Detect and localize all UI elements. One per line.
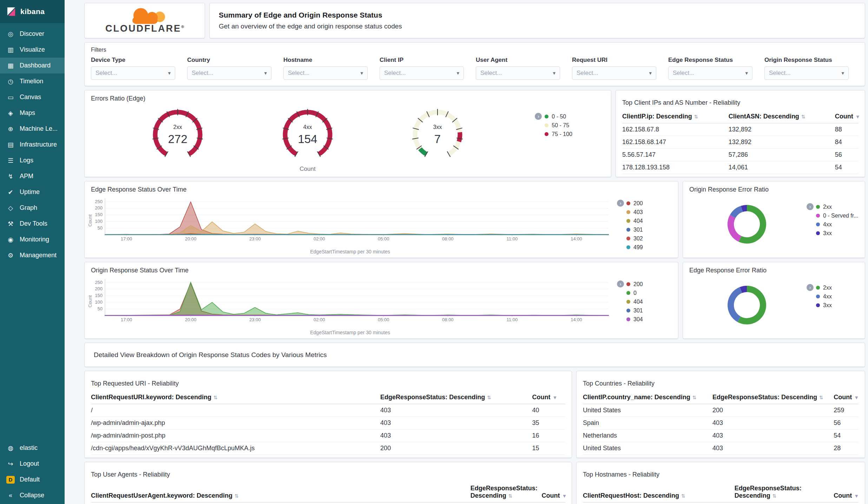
column-header[interactable]: Count▼ [835, 110, 859, 123]
column-header[interactable]: EdgeResponseStatus: Descending⇅ [735, 482, 834, 503]
sidebar-item-label: Dashboard [20, 62, 51, 69]
legend-expand-icon[interactable] [807, 284, 814, 291]
sidebar-item-elastic[interactable]: ◍ elastic [0, 440, 65, 456]
sidebar-item-canvas[interactable]: ▭ Canvas [0, 89, 65, 105]
sidebar-footer-label: Logout [20, 460, 39, 467]
sidebar-item-uptime[interactable]: ✔ Uptime [0, 184, 65, 200]
legend-expand-icon[interactable] [617, 200, 624, 207]
column-header[interactable]: EdgeResponseStatus: Descending⇅ [712, 391, 834, 404]
sidebar-item-logout[interactable]: ↪ Logout [0, 456, 65, 472]
sidebar-item-apm[interactable]: ↯ APM [0, 168, 65, 184]
column-header[interactable]: EdgeResponseStatus: Descending⇅ [380, 391, 532, 404]
sidebar-item-graph[interactable]: ◇ Graph [0, 200, 65, 216]
sort-icon: ▼ [855, 114, 860, 119]
sidebar-item-maps[interactable]: ◈ Maps [0, 105, 65, 121]
table-row[interactable]: Netherlands40354 [583, 429, 859, 442]
dashboard-title-panel: Summary of Edge and Origin Response Stat… [209, 3, 865, 38]
column-header[interactable]: ClientASN: Descending⇅ [729, 110, 835, 123]
legend-item[interactable]: 2xx [816, 283, 832, 292]
table-row[interactable]: 162.158.68.147132,89284 [622, 136, 859, 149]
table-row[interactable]: /wp-admin/admin-ajax.php40335 [91, 417, 565, 429]
filter-select[interactable]: Select... [91, 66, 175, 80]
legend-item[interactable]: 75 - 100 [545, 130, 572, 138]
top-hostnames-panel: Top Hostnames - Reliability ClientReques… [576, 462, 865, 504]
legend-item[interactable]: 50 - 75 [545, 121, 572, 130]
sidebar-item-default[interactable]: D Default [0, 472, 65, 487]
table-row[interactable]: 5.56.57.14757,28656 [622, 149, 859, 161]
column-header[interactable]: EdgeResponseStatus: Descending⇅ [471, 482, 542, 503]
filter-label: Country [187, 57, 271, 64]
top-client-ips-table: ClientIP.ip: Descending⇅ClientASN: Desce… [622, 110, 859, 174]
table-row[interactable]: /40340 [91, 404, 565, 417]
filter-select[interactable]: Select... [476, 66, 560, 80]
table-row[interactable]: /wp-admin/admin-post.php40316 [91, 429, 565, 442]
legend-item[interactable]: 4xx [816, 220, 858, 229]
legend-item[interactable]: 0 - Served fr... [816, 211, 858, 220]
column-header[interactable]: Count▼ [834, 391, 859, 404]
legend-item[interactable]: 4xx [816, 292, 832, 301]
filter-select[interactable]: Select... [187, 66, 271, 80]
kibana-logo[interactable]: kibana [0, 0, 65, 23]
sidebar-item-infrastructure[interactable]: ▤ Infrastructure [0, 137, 65, 153]
table-row[interactable]: 162.158.67.8132,89288 [622, 123, 859, 136]
table-row[interactable]: United States200259 [583, 404, 859, 417]
legend-item[interactable]: 2xx [816, 202, 858, 211]
302[interactable]: 302 [626, 234, 643, 243]
column-header[interactable]: ClientIP.country_name: Descending⇅ [583, 391, 712, 404]
column-header[interactable]: ClientIP.ip: Descending⇅ [622, 110, 729, 123]
table-row[interactable]: United States40328 [583, 442, 859, 455]
0[interactable]: 0 [626, 289, 643, 297]
chart-legend: 2xx 0 - Served fr... 4xx [807, 202, 858, 238]
filter-select[interactable]: Select... [764, 66, 849, 80]
403[interactable]: 403 [626, 208, 643, 217]
svg-text:23:00: 23:00 [249, 317, 261, 322]
301[interactable]: 301 [626, 306, 643, 315]
filter-client-ip: Client IP Select... [380, 57, 464, 80]
legend-expand-icon[interactable] [617, 280, 624, 287]
404[interactable]: 404 [626, 297, 643, 306]
table-row[interactable]: camilia.me200242 [583, 503, 859, 504]
filter-select[interactable]: Select... [380, 66, 464, 80]
legend-expand-icon[interactable] [807, 203, 814, 210]
svg-text:154: 154 [298, 133, 317, 146]
table-row[interactable]: Mozilla/5.0 (compatible; CloudFlare-Alwa… [91, 503, 565, 504]
legend-color-dot [816, 214, 820, 218]
sidebar-item-dev-tools[interactable]: ⚒ Dev Tools [0, 216, 65, 232]
table-row[interactable]: 178.128.193.15814,06154 [622, 161, 859, 174]
sidebar-item-dashboard[interactable]: ▦ Dashboard [0, 58, 65, 73]
column-header[interactable]: ClientRequestUserAgent.keyword: Descendi… [91, 482, 471, 503]
column-header[interactable]: Count▼ [834, 482, 859, 503]
legend-item[interactable]: 0 - 50 [545, 112, 572, 121]
sidebar-item-machine-learning[interactable]: ⊕ Machine Le... [0, 121, 65, 137]
499[interactable]: 499 [626, 243, 643, 252]
table-row[interactable]: Spain40356 [583, 417, 859, 429]
table-row[interactable]: /cdn-cgi/apps/head/xVgyKhR-vV3dAUGhMqfBc… [91, 442, 565, 455]
legend-expand-icon[interactable] [535, 113, 542, 120]
column-header[interactable]: Count▼ [541, 482, 565, 503]
filter-select[interactable]: Select... [668, 66, 752, 80]
svg-text:7: 7 [434, 133, 441, 146]
sidebar-item-collapse[interactable]: « Collapse [0, 487, 65, 503]
filter-select[interactable]: Select... [572, 66, 656, 80]
sidebar-item-timelion[interactable]: ◷ Timelion [0, 73, 65, 89]
legend-color-dot [626, 309, 630, 312]
sidebar-item-management[interactable]: ⚙ Management [0, 247, 65, 263]
column-header[interactable]: ClientRequestHost: Descending⇅ [583, 482, 735, 503]
legend-item[interactable]: 3xx [816, 229, 858, 238]
legend-label: 4xx [823, 220, 832, 229]
200[interactable]: 200 [626, 199, 643, 208]
filter-select[interactable]: Select... [283, 66, 368, 80]
sort-icon: ⇅ [801, 114, 805, 119]
sidebar-item-visualize[interactable]: ▥ Visualize [0, 42, 65, 58]
sidebar-item-monitoring[interactable]: ◉ Monitoring [0, 232, 65, 247]
sidebar-item-discover[interactable]: ◎ Discover [0, 26, 65, 42]
200[interactable]: 200 [626, 280, 643, 289]
column-header[interactable]: Count▼ [532, 391, 565, 404]
404[interactable]: 404 [626, 217, 643, 225]
column-header[interactable]: ClientRequestURI.keyword: Descending⇅ [91, 391, 380, 404]
panel-title: Top Requested URI - Reliability [91, 375, 565, 387]
legend-item[interactable]: 3xx [816, 301, 832, 310]
301[interactable]: 301 [626, 225, 643, 234]
304[interactable]: 304 [626, 315, 643, 324]
sidebar-item-logs[interactable]: ☰ Logs [0, 153, 65, 168]
